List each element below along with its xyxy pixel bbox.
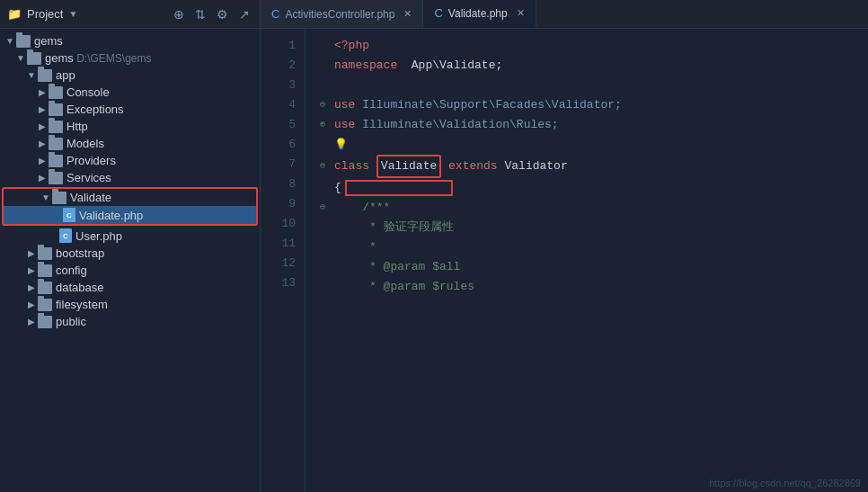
folder-services (49, 172, 63, 184)
token-space-2 (441, 157, 448, 176)
label-public: public (56, 315, 86, 328)
line-num-1: 1 (261, 36, 305, 56)
tab-close-validate[interactable]: ✕ (517, 7, 525, 19)
tree-item-validate-php[interactable]: C Validate.php (4, 206, 256, 224)
project-panel-header: 📁 Project ▼ ⊕ ⇅ ⚙ ↗ (0, 0, 261, 28)
folder-gems-path (27, 52, 41, 65)
fold-5[interactable]: ⊕ (320, 115, 334, 135)
tree-item-services[interactable]: Services (0, 169, 260, 186)
tab-close-activities[interactable]: ✕ (403, 8, 412, 20)
tree-item-bootstrap[interactable]: bootstrap (0, 245, 260, 262)
arrow-http (36, 121, 49, 131)
tree-item-gems-path[interactable]: gems D:\GEMS\gems (0, 49, 260, 67)
arrow-models (36, 139, 49, 148)
label-console: Console (66, 85, 110, 99)
tree-item-filesystem[interactable]: filesystem (0, 296, 260, 313)
toolbar-icon-sync[interactable]: ⇅ (195, 7, 206, 22)
folder-validate (52, 192, 66, 204)
folder-config (38, 264, 52, 277)
editor-area: 1 2 3 4 5 6 7 8 9 10 11 12 13 <?php (261, 29, 868, 492)
tree-item-gems-root[interactable]: gems (0, 32, 260, 49)
code-line-10: * 验证字段属性 (320, 218, 868, 237)
tree-item-database[interactable]: database (0, 279, 260, 296)
label-user-php: User.php (75, 229, 122, 243)
code-area[interactable]: 1 2 3 4 5 6 7 8 9 10 11 12 13 <?php (261, 29, 868, 492)
tab-icon-validate: C (434, 6, 442, 20)
lightbulb-icon[interactable]: 💡 (334, 135, 348, 155)
fold-4[interactable]: ⊖ (320, 95, 334, 115)
arrow-gems-root (4, 36, 16, 46)
line-num-13: 13 (261, 273, 305, 293)
tree-item-app[interactable]: app (0, 67, 260, 84)
tree-item-user-php[interactable]: C User.php (0, 227, 260, 245)
folder-console (49, 86, 63, 99)
file-icon-validate-php: C (63, 208, 75, 222)
label-bootstrap: bootstrap (56, 246, 104, 260)
code-line-4: ⊖ use Illuminate\Support\Facades\Validat… (320, 95, 868, 115)
toolbar-icon-expand[interactable]: ↗ (239, 7, 250, 22)
arrow-validate-folder (40, 192, 52, 202)
token-use-1: use (334, 95, 355, 115)
fold-12 (320, 257, 334, 277)
tree-item-providers[interactable]: Providers (0, 152, 260, 169)
label-gems-root: gems (34, 34, 63, 48)
code-line-5: ⊕ use Illuminate\Validation\Rules; (320, 115, 868, 135)
arrow-public (25, 317, 38, 327)
label-config: config (56, 264, 87, 277)
folder-gems-root (16, 35, 31, 48)
arrow-providers (36, 156, 49, 165)
token-param-rules: * @param $rules (334, 277, 474, 297)
code-line-6: 💡 (320, 135, 868, 155)
toolbar-icon-gear[interactable]: ⚙ (217, 7, 228, 22)
label-services: Services (66, 171, 111, 184)
fold-11 (320, 237, 334, 257)
project-label[interactable]: Project (27, 7, 63, 21)
label-gems-path: D:\GEMS\gems (74, 52, 152, 65)
tree-item-http[interactable]: Http (0, 118, 260, 135)
label-database: database (56, 281, 104, 294)
fold-6 (320, 135, 334, 155)
tab-validate[interactable]: C Validate.php ✕ (423, 0, 536, 28)
folder-bootstrap (38, 247, 52, 260)
code-line-11: * (320, 237, 868, 257)
token-param-all: * @param $all (334, 257, 460, 277)
line-num-7: 7 (261, 155, 305, 174)
code-line-12: * @param $all (320, 257, 868, 277)
label-http: Http (66, 120, 88, 133)
label-exceptions: Exceptions (66, 103, 124, 116)
fold-8 (320, 178, 334, 198)
arrow-services (36, 173, 49, 183)
code-line-2: namespace App\Validate; (320, 56, 868, 76)
token-comment-star: * (334, 237, 376, 257)
tree-item-console[interactable]: Console (0, 84, 260, 101)
tree-item-config[interactable]: config (0, 262, 260, 279)
line-num-3: 3 (261, 76, 305, 95)
token-validate-name: Validate (376, 155, 441, 178)
folder-providers (49, 155, 63, 167)
folder-database (38, 282, 52, 294)
tree-item-exceptions[interactable]: Exceptions (0, 101, 260, 118)
line-num-6: 6 (261, 135, 305, 155)
label-gems: gems (45, 51, 74, 65)
arrow-app (25, 70, 38, 80)
fold-7[interactable]: ⊖ (320, 157, 334, 176)
folder-models (49, 138, 63, 150)
label-providers: Providers (66, 154, 116, 167)
toolbar-icon-add[interactable]: ⊕ (173, 7, 184, 22)
line-num-10: 10 (261, 214, 305, 234)
tab-icon-activities: C (271, 7, 279, 21)
code-line-8: { (320, 178, 868, 198)
code-content[interactable]: <?php namespace App\Validate; ⊖ use Illu… (306, 29, 868, 492)
dropdown-arrow[interactable]: ▼ (68, 9, 77, 19)
line-num-9: 9 (261, 194, 305, 214)
fold-9[interactable]: ⊖ (320, 198, 334, 218)
tree-item-models[interactable]: Models (0, 135, 260, 152)
label-validate-folder: Validate (70, 191, 111, 204)
main-area: gems gems D:\GEMS\gems app Console Excep… (0, 29, 868, 492)
tab-activities[interactable]: C ActivitiesController.php ✕ (261, 0, 423, 28)
code-line-13: * @param $rules (320, 277, 868, 297)
sidebar[interactable]: gems gems D:\GEMS\gems app Console Excep… (0, 29, 261, 492)
tree-item-validate-folder[interactable]: Validate (4, 189, 256, 206)
line-num-5: 5 (261, 115, 305, 135)
tree-item-public[interactable]: public (0, 313, 260, 330)
